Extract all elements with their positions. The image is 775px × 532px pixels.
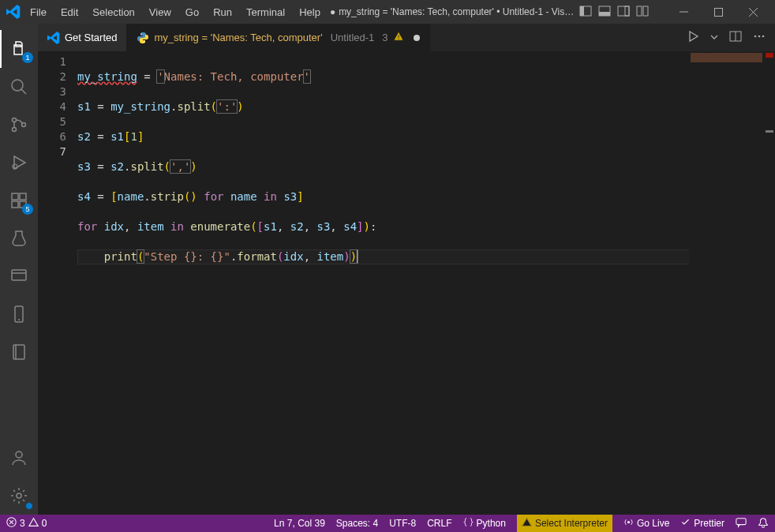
- warning-icon: [393, 31, 404, 44]
- activity-debug[interactable]: [0, 144, 38, 182]
- explorer-badge: 1: [22, 52, 33, 63]
- maximize-button[interactable]: [702, 1, 734, 23]
- more-actions-button[interactable]: [753, 30, 766, 45]
- activity-settings[interactable]: [0, 477, 38, 515]
- bell-icon: [758, 517, 769, 530]
- activity-testing[interactable]: [0, 219, 38, 257]
- status-eol[interactable]: CRLF: [427, 518, 451, 529]
- broadcast-icon: [623, 517, 634, 530]
- menu-help[interactable]: Help: [293, 3, 327, 21]
- menu-terminal[interactable]: Terminal: [240, 3, 291, 21]
- svg-point-34: [754, 36, 757, 38]
- status-notifications[interactable]: [758, 517, 769, 530]
- settings-sync-badge-icon: [25, 502, 33, 510]
- window-controls: [579, 1, 769, 23]
- status-cursor[interactable]: Ln 7, Col 39: [274, 518, 325, 529]
- svg-rect-5: [625, 6, 629, 16]
- activity-search[interactable]: [0, 68, 38, 106]
- status-feedback[interactable]: [736, 517, 747, 530]
- svg-rect-21: [20, 193, 26, 200]
- tab-problems-count: 3: [382, 32, 388, 43]
- svg-point-36: [762, 36, 765, 38]
- svg-rect-6: [637, 6, 642, 16]
- run-button[interactable]: [687, 30, 699, 45]
- activity-notebook[interactable]: [0, 333, 38, 371]
- activity-extensions[interactable]: 5: [0, 182, 38, 219]
- activity-account[interactable]: [0, 439, 38, 477]
- menu-go[interactable]: Go: [179, 3, 205, 21]
- layout-icon[interactable]: [636, 5, 649, 20]
- activity-bar: 1 5: [0, 24, 38, 515]
- extensions-badge: 5: [22, 204, 33, 215]
- tab-label: Get Started: [65, 32, 117, 43]
- status-problems[interactable]: 3 0: [6, 517, 47, 530]
- menu-selection[interactable]: Selection: [86, 3, 140, 21]
- svg-point-29: [17, 493, 21, 498]
- svg-rect-22: [12, 270, 26, 280]
- status-language[interactable]: Python: [463, 517, 506, 530]
- code-content[interactable]: my_string = 'Names: Tech, computer' s1 =…: [77, 51, 775, 515]
- svg-rect-26: [13, 345, 24, 359]
- tab-get-started[interactable]: Get Started: [38, 24, 127, 51]
- svg-point-30: [141, 33, 142, 34]
- status-golive[interactable]: Go Live: [623, 517, 669, 530]
- braces-icon: [463, 517, 474, 530]
- svg-rect-1: [580, 6, 584, 16]
- svg-rect-7: [643, 6, 648, 16]
- svg-line-13: [21, 89, 26, 94]
- editor-body[interactable]: 1 2 3 4 5 6 7 my_string = 'Names: Tech, …: [38, 51, 775, 515]
- close-button[interactable]: [737, 1, 769, 23]
- svg-point-14: [13, 118, 17, 122]
- minimap[interactable]: [689, 51, 764, 515]
- svg-rect-18: [12, 193, 18, 200]
- menu-edit[interactable]: Edit: [54, 3, 84, 21]
- warning-icon: [522, 517, 532, 530]
- split-editor-button[interactable]: [729, 30, 742, 45]
- panel-right-icon[interactable]: [617, 5, 630, 20]
- title-bar: File Edit Selection View Go Run Terminal…: [0, 0, 775, 24]
- panel-bottom-icon[interactable]: [598, 5, 611, 20]
- status-prettier[interactable]: Prettier: [680, 517, 724, 530]
- menu-view[interactable]: View: [143, 3, 178, 21]
- svg-rect-41: [736, 518, 746, 524]
- check-icon: [680, 517, 691, 530]
- activity-explorer[interactable]: 1: [0, 30, 38, 68]
- activity-remote[interactable]: [0, 257, 38, 295]
- error-icon: [6, 517, 17, 530]
- dirty-indicator-icon: [414, 35, 420, 41]
- minimize-button[interactable]: [668, 1, 699, 23]
- tab-untitled-file[interactable]: my_string = 'Names: Tech, computer' Unti…: [127, 24, 429, 51]
- python-icon: [137, 32, 149, 44]
- run-dropdown[interactable]: [710, 32, 718, 43]
- main-menu: File Edit Selection View Go Run Terminal…: [24, 3, 327, 21]
- svg-point-40: [627, 521, 630, 523]
- status-encoding[interactable]: UTF-8: [389, 518, 416, 529]
- status-spaces[interactable]: Spaces: 4: [336, 518, 378, 529]
- svg-point-28: [16, 451, 22, 458]
- vertical-scrollbar[interactable]: [764, 51, 775, 515]
- line-numbers: 1 2 3 4 5 6 7: [38, 51, 77, 515]
- activity-scm[interactable]: [0, 106, 38, 144]
- tab-sublabel: Untitled-1: [331, 32, 375, 43]
- svg-rect-3: [599, 12, 610, 16]
- menu-run[interactable]: Run: [207, 3, 238, 21]
- svg-point-15: [13, 128, 17, 132]
- svg-rect-19: [12, 201, 18, 208]
- editor-area: Get Started my_string = 'Names: Tech, co…: [38, 24, 775, 515]
- svg-rect-9: [714, 8, 722, 16]
- status-bar: 3 0 Ln 7, Col 39 Spaces: 4 UTF-8 CRLF Py…: [0, 515, 775, 532]
- panel-left-icon[interactable]: [579, 5, 592, 20]
- svg-point-25: [18, 319, 20, 320]
- warning-icon: [28, 517, 39, 530]
- feedback-icon: [736, 517, 747, 530]
- window-title: ●my_string = 'Names: Tech, computer' • U…: [330, 6, 576, 17]
- vscode-icon: [47, 32, 60, 44]
- activity-device[interactable]: [0, 295, 38, 333]
- menu-file[interactable]: File: [24, 3, 53, 21]
- status-interpreter[interactable]: Select Interpreter: [517, 515, 612, 532]
- tab-label: my_string = 'Names: Tech, computer': [154, 32, 322, 43]
- svg-point-31: [144, 41, 145, 42]
- svg-point-12: [12, 80, 23, 91]
- vscode-logo-icon: [6, 5, 21, 19]
- svg-point-35: [758, 36, 761, 38]
